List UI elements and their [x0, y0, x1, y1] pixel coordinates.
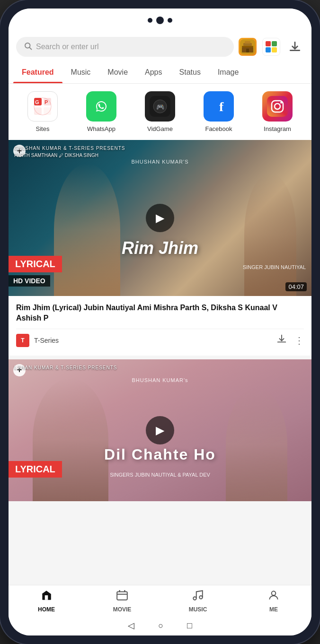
- tab-apps[interactable]: Apps: [136, 61, 170, 83]
- download-icon-1: [276, 334, 287, 344]
- duration-badge-1: 04:07: [285, 282, 307, 291]
- app-shortcuts: G P Sites: [9, 84, 311, 140]
- video-bg-1: + GULSHAN KUMAR & T-SERIES PRESENTS PART…: [9, 140, 311, 296]
- bhushan-label-1: BHUSHAN KUMAR'S: [131, 159, 188, 165]
- nav-music[interactable]: MUSIC: [160, 589, 236, 613]
- video-bg-2: + LSHAN KUMAR & T-SERIES PRESENTS BHUSHA…: [9, 359, 311, 501]
- svg-text:🎮: 🎮: [156, 103, 165, 111]
- singer-label-1: SINGER JUBIN NAUTIYAL: [243, 264, 306, 270]
- nav-home[interactable]: HOME: [9, 589, 84, 613]
- tab-featured[interactable]: Featured: [13, 61, 62, 83]
- svg-rect-17: [44, 107, 51, 115]
- app-vidgame[interactable]: 🎮 VidGame: [131, 91, 189, 132]
- nav-me[interactable]: ME: [236, 589, 311, 613]
- movie-icon: [116, 589, 128, 604]
- video-overlay-text-2: LSHAN KUMAR & T-SERIES PRESENTS: [9, 359, 311, 376]
- svg-text:f: f: [219, 99, 224, 114]
- music-svg: [192, 589, 204, 601]
- svg-point-18: [34, 98, 51, 115]
- recent-button[interactable]: □: [187, 621, 192, 631]
- svg-point-28: [280, 102, 282, 104]
- temple-svg: [240, 39, 255, 54]
- svg-rect-11: [272, 47, 277, 52]
- tab-status[interactable]: Status: [171, 61, 209, 83]
- facebook-label: Facebook: [205, 125, 232, 132]
- me-label: ME: [269, 606, 278, 613]
- svg-line-1: [29, 47, 31, 49]
- tab-music[interactable]: Music: [62, 61, 99, 83]
- app-facebook[interactable]: f Facebook: [189, 91, 248, 132]
- hd-video-badge-1: HD VIDEO: [9, 275, 50, 287]
- tab-movie[interactable]: Movie: [99, 61, 136, 83]
- dil-chahte-title: Dil Chahte Ho: [104, 446, 216, 463]
- vidgame-svg: 🎮: [150, 96, 170, 117]
- tab-image[interactable]: Image: [209, 61, 247, 83]
- presenter-text-1: GULSHAN KUMAR & T-SERIES PRESENTS: [14, 145, 306, 152]
- squares-svg: [264, 39, 279, 54]
- phone-screen: Search or enter url: [9, 9, 311, 635]
- whatsapp-svg: [92, 97, 110, 115]
- back-button[interactable]: ◁: [128, 620, 134, 631]
- person-right-2: [226, 388, 287, 501]
- music-label: MUSIC: [189, 606, 207, 613]
- me-svg: [267, 589, 280, 601]
- camera-lens: [156, 17, 164, 24]
- play-button-2[interactable]: ▶: [146, 416, 174, 444]
- channel-name-1: T-Series: [34, 337, 272, 344]
- toolbar-icons: [239, 38, 304, 56]
- download-action-1[interactable]: [276, 334, 287, 347]
- svg-rect-23: [208, 96, 229, 117]
- sites-icon: G P: [27, 91, 58, 122]
- camera-area: [148, 17, 172, 24]
- squares-icon[interactable]: [262, 38, 280, 56]
- instagram-svg: [267, 96, 288, 117]
- temple-run-icon[interactable]: [239, 38, 257, 56]
- instagram-icon: [262, 91, 293, 122]
- whatsapp-label: WhatsApp: [87, 125, 116, 132]
- facebook-svg: f: [208, 96, 229, 117]
- status-bar: [9, 9, 311, 32]
- svg-rect-25: [267, 96, 288, 117]
- svg-point-33: [199, 596, 203, 599]
- cast-text-1: PARTH SAMTHAAN 🖊 DIKSHA SINGH: [14, 152, 306, 159]
- camera-dot: [148, 18, 152, 23]
- search-bar: Search or enter url: [9, 32, 311, 61]
- rim-jhim-title: Rim Jhim: [122, 238, 198, 258]
- person-right: [244, 173, 296, 296]
- svg-rect-8: [266, 41, 271, 46]
- bottom-nav: HOME MOVIE: [9, 585, 311, 615]
- bhushan-label-2: BHUSHAN KUMAR's: [132, 377, 188, 383]
- meta-actions-1: ⋮: [276, 334, 304, 347]
- home-button[interactable]: ○: [158, 621, 163, 631]
- play-button-1[interactable]: ▶: [146, 204, 174, 232]
- camera-dot-2: [168, 18, 172, 23]
- video-thumbnail-1[interactable]: + GULSHAN KUMAR & T-SERIES PRESENTS PART…: [9, 140, 311, 296]
- video-thumbnail-2[interactable]: + LSHAN KUMAR & T-SERIES PRESENTS BHUSHA…: [9, 359, 311, 501]
- lyrical-badge-1: LYRICAL: [9, 256, 62, 272]
- whatsapp-icon: [86, 91, 116, 122]
- home-icon: [40, 589, 53, 604]
- presenter-text-2: LSHAN KUMAR & T-SERIES PRESENTS: [14, 364, 306, 371]
- svg-point-34: [272, 591, 276, 595]
- svg-text:P: P: [44, 99, 48, 105]
- search-icon: [24, 42, 32, 52]
- person-left-2: [33, 378, 108, 501]
- app-sites[interactable]: G P Sites: [13, 91, 72, 132]
- system-nav: ◁ ○ □: [9, 615, 311, 635]
- more-action-1[interactable]: ⋮: [294, 335, 304, 346]
- search-input-wrap[interactable]: Search or enter url: [16, 37, 234, 57]
- svg-rect-7: [246, 49, 249, 52]
- home-svg: [40, 589, 53, 601]
- video-card-rim-jhim: + GULSHAN KUMAR & T-SERIES PRESENTS PART…: [9, 140, 311, 356]
- svg-rect-29: [117, 592, 127, 600]
- channel-icon-1: T: [16, 334, 29, 347]
- music-icon: [192, 589, 204, 604]
- app-whatsapp[interactable]: WhatsApp: [72, 91, 131, 132]
- main-content[interactable]: + GULSHAN KUMAR & T-SERIES PRESENTS PART…: [9, 140, 311, 585]
- svg-point-32: [193, 597, 196, 600]
- vidgame-icon: 🎮: [145, 91, 175, 122]
- download-icon[interactable]: [286, 38, 304, 56]
- app-instagram[interactable]: Instagram: [248, 91, 307, 132]
- movie-svg: [116, 589, 128, 601]
- nav-movie[interactable]: MOVIE: [84, 589, 160, 613]
